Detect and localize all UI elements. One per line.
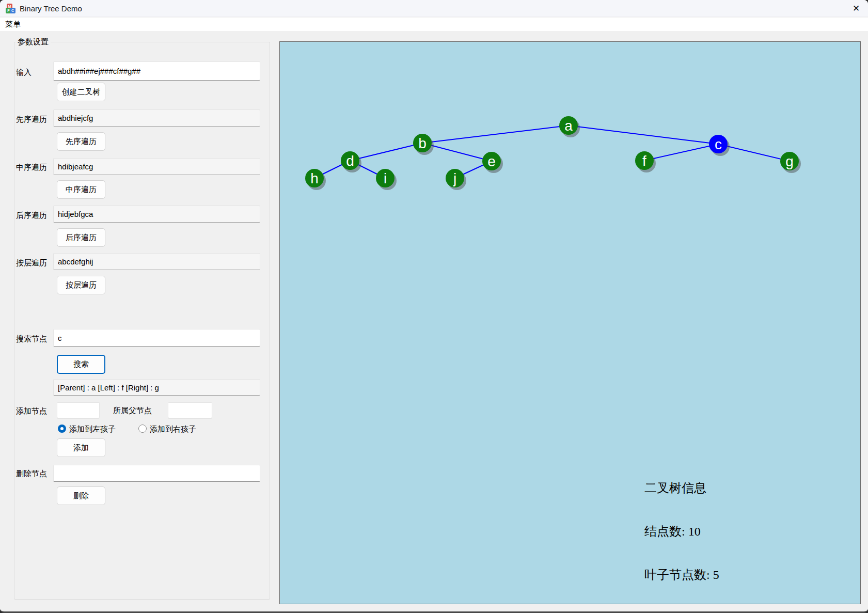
inorder-result-field: hdibjeafcg [53,158,260,175]
postorder-button[interactable]: 后序遍历 [57,228,105,247]
app-window: M F C Binary Tree Demo ✕ 菜单 参数设置 输入 创建二叉… [0,0,868,613]
radio-add-left-child[interactable] [58,425,66,433]
add-node-input[interactable] [57,402,100,418]
preorder-label: 先序遍历 [16,115,47,124]
parent-node-input[interactable] [168,402,212,418]
preorder-button[interactable]: 先序遍历 [57,132,105,151]
input-field[interactable] [53,61,260,81]
tree-node-label-b: b [418,135,427,151]
tree-canvas: abcdefghij 二叉树信息 结点数: 10 叶子节点数: 5 最大宽度: … [279,41,861,604]
app-icon: M F C [6,4,15,13]
search-result-field: [Parent] : a [Left] : f [Right] : g [53,379,260,396]
tree-edge-a-c [569,125,718,144]
search-label: 搜索节点 [16,334,47,344]
tree-node-label-f: f [642,153,646,169]
search-button[interactable]: 搜索 [57,355,105,374]
levelorder-button[interactable]: 按层遍历 [57,276,105,294]
menu-item-caidan[interactable]: 菜单 [1,18,25,31]
delete-label: 删除节点 [16,469,47,479]
levelorder-label: 按层遍历 [16,258,47,268]
postorder-label: 后序遍历 [16,211,47,221]
tree-info-max-width: 最大宽度: 4 [644,611,719,613]
inorder-label: 中序遍历 [16,163,47,172]
inorder-button[interactable]: 中序遍历 [57,180,105,199]
params-legend: 参数设置 [15,37,51,47]
close-button[interactable]: ✕ [844,0,868,17]
tree-node-label-j: j [453,170,456,186]
tree-node-label-i: i [384,170,387,186]
tree-info-title: 二叉树信息 [644,481,719,495]
title-bar: M F C Binary Tree Demo ✕ [0,0,868,17]
delete-button[interactable]: 删除 [57,486,105,505]
mfc-icon-c-cube: C [10,8,15,13]
search-input[interactable] [53,329,260,347]
input-label: 输入 [16,68,31,77]
close-icon: ✕ [853,4,860,13]
tree-edge-a-b [422,125,569,143]
create-tree-button[interactable]: 创建二叉树 [57,83,105,101]
tree-node-label-c: c [715,136,722,152]
levelorder-result-field: abcdefghij [53,253,260,270]
menu-bar: 菜单 [0,18,868,31]
add-button[interactable]: 添加 [57,438,105,457]
radio-add-right-child[interactable] [138,425,147,433]
delete-input[interactable] [53,465,260,482]
tree-node-label-e: e [487,153,496,169]
parent-node-label: 所属父节点 [113,406,152,416]
radio-add-right-child-label: 添加到右孩子 [150,425,196,434]
tree-info-node-count: 结点数: 10 [644,524,719,539]
tree-node-label-g: g [785,153,794,169]
postorder-result-field: hidjebfgca [53,206,260,223]
tree-edge-c-f [644,144,718,161]
tree-graphic: abcdefghij [280,42,860,604]
add-label: 添加节点 [16,406,47,416]
tree-node-label-h: h [310,170,319,186]
tree-node-label-d: d [346,153,354,169]
preorder-result-field: abdhiejcfg [53,109,260,127]
window-title: Binary Tree Demo [20,4,82,13]
tree-edge-b-d [350,143,422,161]
radio-add-left-child-label: 添加到左孩子 [69,425,116,434]
tree-info-block: 二叉树信息 结点数: 10 叶子节点数: 5 最大宽度: 4 深度: 4 [644,452,719,613]
tree-info-leaf-count: 叶子节点数: 5 [644,568,719,582]
tree-node-label-a: a [564,118,573,134]
